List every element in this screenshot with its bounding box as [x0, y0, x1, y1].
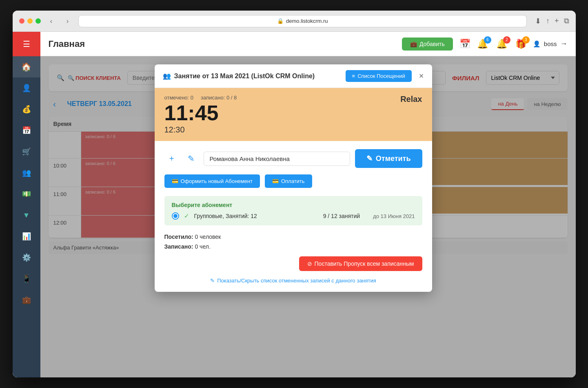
alert-badge: 2: [503, 36, 510, 44]
lock-icon: 🔒: [277, 18, 284, 24]
abonement-check-icon: ✓: [184, 212, 189, 220]
username: boss: [544, 40, 557, 47]
modal-dialog: 👥 Занятие от 13 Мая 2021 (ListOk CRM Onl…: [155, 64, 432, 292]
filter-icon: ▼: [23, 211, 30, 220]
visit-list-button[interactable]: ≡ Список Посещений: [346, 70, 412, 82]
hamburger-icon: ☰: [23, 39, 30, 49]
business-icon: 💼: [22, 295, 31, 304]
modal-close-button[interactable]: ×: [419, 71, 424, 81]
forward-button[interactable]: ›: [62, 15, 73, 27]
page-title: Главная: [49, 39, 395, 49]
modal-time-section: отмечено: 0 записано: 0 / 8 11:45 12:30 …: [155, 88, 432, 141]
show-hide-link[interactable]: ✎ Показать/Скрыть список отмененных запи…: [164, 278, 422, 284]
skip-all-button[interactable]: ⊘ Поставить Пропуск всем записанным: [299, 256, 422, 271]
mark-icon: ✎: [366, 154, 373, 163]
link-icon: ✎: [210, 278, 215, 284]
calendar-top-icon[interactable]: 📅: [459, 39, 470, 49]
top-bar-actions: 💼 Добавить 📅 🔔 6 🔔 2: [402, 37, 568, 51]
shop-icon: 🛒: [22, 147, 31, 156]
abonement-count: 9 / 12 занятий: [323, 213, 360, 219]
sidebar: ☰ 🏠 👤 💰 📅 🛒 👥 💵 ▼: [13, 32, 40, 377]
finance-icon: 💰: [22, 105, 31, 114]
modal-title: 👥 Занятие от 13 Мая 2021 (ListOk CRM Onl…: [163, 72, 315, 80]
tabs-icon[interactable]: ⧉: [564, 17, 569, 25]
modal-footer-btns: ⊘ Поставить Пропуск всем записанным: [164, 256, 422, 271]
abonement-select-section: Выберите абонемент ✓ Групповые, Занятий:…: [164, 196, 422, 225]
sidebar-item-shop[interactable]: 🛒: [13, 141, 40, 162]
sidebar-item-settings[interactable]: ⚙️: [13, 247, 40, 268]
main-content: Главная 💼 Добавить 📅 🔔 6 🔔: [40, 32, 576, 377]
sidebar-item-analytics[interactable]: 📊: [13, 226, 40, 247]
list-icon: ≡: [352, 73, 355, 79]
modal-meta: отмечено: 0 записано: 0 / 8: [164, 95, 422, 101]
sidebar-item-schedule[interactable]: 📅: [13, 120, 40, 141]
abonement-name: Групповые, Занятий: 12: [194, 213, 318, 219]
card-icon: 💳: [172, 178, 178, 184]
modal-time-start: 11:45: [164, 102, 422, 123]
browser-actions: ⬇ ↑ + ⧉: [535, 17, 569, 26]
home-icon: 🏠: [21, 62, 31, 72]
modal-overlay: 👥 Занятие от 13 Мая 2021 (ListOk CRM Onl…: [40, 56, 576, 377]
address-bar[interactable]: 🔒 demo.listokcrm.ru: [78, 15, 527, 27]
client-row: + ✎ ✎ Отметить: [164, 149, 422, 168]
abonement-expiry: до 13 Июня 2021: [373, 213, 415, 219]
notifications-icon[interactable]: 🔔 6: [477, 39, 488, 49]
top-bar: Главная 💼 Добавить 📅 🔔 6 🔔: [40, 32, 576, 56]
user-area[interactable]: 👤 boss →: [533, 40, 568, 48]
download-icon[interactable]: ⬇: [535, 17, 541, 26]
new-abonement-button[interactable]: 💳 Оформить новый Абонемент: [164, 174, 260, 188]
app-container: ☰ 🏠 👤 💰 📅 🛒 👥 💵 ▼: [13, 32, 576, 377]
abonement-buttons: 💳 Оформить новый Абонемент 💳 Оплатить: [164, 174, 422, 188]
edit-client-button[interactable]: ✎: [184, 151, 199, 166]
notification-badge: 6: [484, 36, 491, 44]
modal-title-icon: 👥: [163, 72, 171, 80]
pay-button[interactable]: 💳 Оплатить: [265, 174, 312, 188]
add-client-button[interactable]: +: [164, 151, 179, 166]
logout-icon[interactable]: →: [560, 40, 568, 48]
modal-link: ✎ Показать/Скрыть список отмененных запи…: [164, 278, 422, 284]
visited-row: Посетило: 0 человек: [164, 234, 422, 240]
abonement-radio[interactable]: [172, 212, 179, 220]
share-icon[interactable]: ↑: [546, 17, 550, 25]
dot-close[interactable]: [19, 18, 24, 24]
modal-body: + ✎ ✎ Отметить �: [155, 141, 432, 292]
staff-icon: 👥: [22, 168, 31, 177]
modal-name-badge: Relax: [400, 95, 422, 104]
sidebar-item-mobile[interactable]: 📱: [13, 268, 40, 289]
recorded-row: Записано: 0 чел.: [164, 243, 422, 250]
sidebar-item-payments[interactable]: 💵: [13, 183, 40, 205]
sidebar-menu-toggle[interactable]: ☰: [13, 32, 40, 56]
content-area: 🔍 🔍 ПОИСК КЛИЕНТА ФИЛИАЛ ListOk CRM Onli…: [40, 56, 576, 377]
pay-icon: 💳: [272, 178, 279, 184]
sidebar-item-clients[interactable]: 👤: [13, 77, 40, 99]
stats-section: Посетило: 0 человек Записано: 0 чел.: [164, 234, 422, 250]
dot-minimize[interactable]: [27, 18, 33, 24]
payments-icon: 💵: [22, 190, 31, 198]
client-name-input[interactable]: [204, 152, 350, 166]
badge-icons: 🔔 6 🔔 2 🎁 3: [477, 39, 526, 49]
sidebar-item-home[interactable]: 🏠: [13, 56, 40, 77]
abonement-select-title: Выберите абонемент: [172, 202, 415, 208]
url-text: demo.listokcrm.ru: [286, 18, 328, 24]
settings-icon: ⚙️: [22, 253, 31, 262]
back-button[interactable]: ‹: [46, 15, 57, 27]
modal-time-end: 12:30: [164, 125, 422, 134]
browser-titlebar: ‹ › 🔒 demo.listokcrm.ru ⬇ ↑ + ⧉: [13, 11, 576, 32]
abonement-option: ✓ Групповые, Занятий: 12 9 / 12 занятий …: [172, 212, 415, 220]
sidebar-item-filter[interactable]: ▼: [13, 205, 40, 226]
modal-header-actions: ≡ Список Посещений ×: [346, 70, 424, 82]
gifts-icon[interactable]: 🎁 3: [515, 39, 526, 49]
dot-maximize[interactable]: [36, 18, 41, 24]
user-avatar-icon: 👤: [533, 40, 541, 48]
schedule-icon: 📅: [22, 126, 31, 135]
sidebar-item-finance[interactable]: 💰: [13, 99, 40, 120]
add-button[interactable]: 💼 Добавить: [402, 37, 453, 51]
mobile-icon: 📱: [22, 274, 31, 283]
alerts-icon[interactable]: 🔔 2: [496, 39, 507, 49]
modal-header: 👥 Занятие от 13 Мая 2021 (ListOk CRM Onl…: [155, 64, 432, 88]
sidebar-item-business[interactable]: 💼: [13, 289, 40, 311]
sidebar-item-staff[interactable]: 👥: [13, 162, 40, 183]
mark-button[interactable]: ✎ Отметить: [355, 149, 422, 168]
new-tab-icon[interactable]: +: [555, 17, 559, 25]
analytics-icon: 📊: [22, 232, 31, 241]
